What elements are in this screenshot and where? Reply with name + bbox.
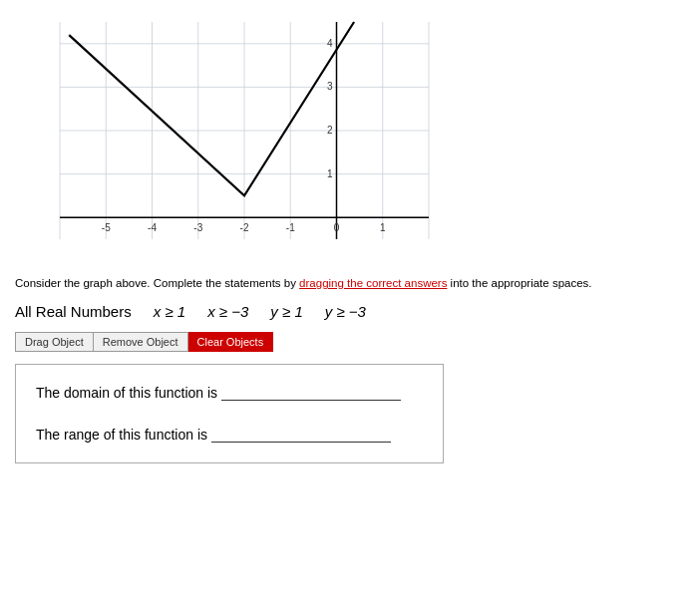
clear-objects-button[interactable]: Clear Objects [188,332,274,352]
graph-container [15,10,444,269]
dropzones-container: The domain of this function is The range… [15,364,444,463]
range-label: The range of this function is [36,427,207,443]
domain-label: The domain of this function is [36,385,217,401]
toolbar: Drag Object Remove Object Clear Objects [15,332,685,352]
remove-object-button[interactable]: Remove Object [94,332,188,352]
range-row: The range of this function is [36,423,423,443]
domain-row: The domain of this function is [36,381,423,401]
graph-canvas [15,10,444,269]
answer-x-ge-neg3[interactable]: x ≥ −3 [207,303,248,320]
range-dropzone[interactable] [211,423,391,443]
answer-x-ge-1[interactable]: x ≥ 1 [154,303,185,320]
drag-object-button[interactable]: Drag Object [15,332,94,352]
answer-options-row: All Real Numbers x ≥ 1 x ≥ −3 y ≥ 1 y ≥ … [15,303,685,320]
domain-dropzone[interactable] [221,381,401,401]
instruction-text: Consider the graph above. Complete the s… [15,277,685,289]
answer-all-real[interactable]: All Real Numbers [15,303,132,320]
answer-y-ge-1[interactable]: y ≥ 1 [270,303,302,320]
answer-y-ge-neg3[interactable]: y ≥ −3 [325,303,366,320]
